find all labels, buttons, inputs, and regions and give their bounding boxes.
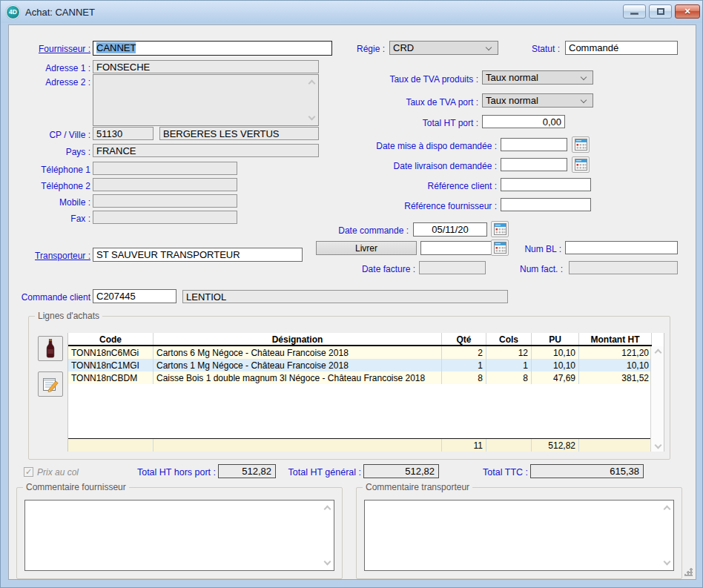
tva-produits-value: Taux normal xyxy=(486,72,538,83)
date-facture-label: Date facture : xyxy=(298,264,415,274)
commande-client-name-field[interactable]: LENTIOL xyxy=(182,290,508,303)
regie-label: Régie : xyxy=(315,44,385,54)
column-header-cols[interactable]: Cols xyxy=(486,333,532,345)
pays-label: Pays : xyxy=(9,147,90,157)
cell-code: TONN18nC1MGI xyxy=(68,359,154,371)
commentaire-transporteur-textarea[interactable] xyxy=(364,500,674,571)
fournisseur-field[interactable]: CANNET xyxy=(93,41,332,56)
table-scrollbar[interactable] xyxy=(650,346,664,452)
commentaire-transporteur-groupbox: Commentaire transporteur xyxy=(356,487,682,579)
edit-note-line-button[interactable] xyxy=(38,371,63,397)
cell-qte: 1 xyxy=(442,359,486,371)
num-fact-field[interactable] xyxy=(569,261,678,274)
minimize-icon xyxy=(630,13,638,15)
tva-produits-label: Taux de TVA produits : xyxy=(306,74,478,85)
num-bl-label: Num BL : xyxy=(491,244,561,254)
ville-field[interactable]: BERGERES LES VERTUS xyxy=(159,127,319,140)
cell-designation: Cartons 6 Mg Négoce - Château Francoise … xyxy=(154,346,442,359)
telephone2-field[interactable] xyxy=(93,178,237,191)
cp-field[interactable]: 51130 xyxy=(93,127,154,140)
transporteur-field[interactable]: ST SAUVEUR TRANSPORTEUR xyxy=(93,248,303,262)
statut-field[interactable]: Commandé xyxy=(565,41,678,55)
mobile-field[interactable] xyxy=(93,194,237,208)
date-dispo-field[interactable] xyxy=(501,138,567,151)
prix-au-col-label: Prix au col xyxy=(37,467,79,478)
scroll-down-icon[interactable] xyxy=(664,558,671,566)
commande-client-code-field[interactable]: C207445 xyxy=(93,289,176,303)
livrer-button[interactable]: Livrer xyxy=(316,241,417,255)
date-livraison-field[interactable] xyxy=(501,158,567,171)
commentaire-fournisseur-textarea[interactable] xyxy=(24,500,334,571)
adresse2-textarea[interactable] xyxy=(93,74,319,126)
scroll-up-icon[interactable] xyxy=(664,506,671,513)
close-button[interactable]: ✕ xyxy=(675,4,700,19)
column-header-designation[interactable]: Désignation xyxy=(154,333,442,345)
livrer-date-field[interactable] xyxy=(420,241,495,255)
statut-label: Statut : xyxy=(491,44,560,54)
cell-montant: 10,10 xyxy=(579,359,652,371)
resize-grip[interactable] xyxy=(684,568,693,576)
totals-cell-pu: 512,82 xyxy=(532,439,579,452)
fax-field[interactable] xyxy=(93,211,237,224)
telephone1-field[interactable] xyxy=(93,162,237,175)
lines-table-header: Code Désignation Qté Cols PU Montant HT xyxy=(68,333,652,346)
table-row[interactable]: TONN18nC1MGICartons 1 Mg Négoce - Châtea… xyxy=(68,359,652,371)
adresse2-label: Adresse 2 : xyxy=(9,77,90,87)
calendar-icon xyxy=(575,159,587,171)
date-livraison-calendar-button[interactable] xyxy=(572,156,590,173)
tva-port-dropdown[interactable]: Taux normal xyxy=(482,93,593,108)
prix-au-col-checkbox[interactable]: ✓ xyxy=(24,467,33,477)
reference-fournisseur-field[interactable] xyxy=(501,198,591,211)
reference-fournisseur-label: Référence fournisseur : xyxy=(320,201,497,211)
date-dispo-calendar-button[interactable] xyxy=(572,136,590,153)
fax-label: Fax : xyxy=(9,214,90,224)
adresse1-label: Adresse 1 : xyxy=(9,63,90,73)
cell-code: TONN18nC6MGi xyxy=(68,346,154,359)
transporteur-label[interactable]: Transporteur : xyxy=(9,251,90,261)
scroll-down-icon[interactable] xyxy=(655,442,662,449)
wine-bottle-icon xyxy=(44,339,56,358)
lignes-achats-label: Lignes d'achats xyxy=(35,311,102,321)
reference-client-field[interactable] xyxy=(501,178,591,191)
column-header-qte[interactable]: Qté xyxy=(442,333,486,345)
cp-ville-label: CP / Ville : xyxy=(9,130,90,140)
calendar-icon xyxy=(575,139,587,151)
commentaire-fournisseur-groupbox: Commentaire fournisseur xyxy=(16,487,343,579)
scroll-up-icon[interactable] xyxy=(324,506,331,513)
regie-dropdown[interactable]: CRD xyxy=(389,41,498,55)
fournisseur-label[interactable]: Fournisseur : xyxy=(9,44,90,54)
tva-produits-dropdown[interactable]: Taux normal xyxy=(482,70,593,85)
totals-cell-code xyxy=(68,439,154,452)
cell-pu: 10,10 xyxy=(532,359,579,371)
lines-table-rows: TONN18nC6MGiCartons 6 Mg Négoce - Châtea… xyxy=(68,346,652,438)
totals-cell-montant xyxy=(579,439,652,452)
cell-pu: 10,10 xyxy=(532,346,579,359)
commentaire-fournisseur-label: Commentaire fournisseur xyxy=(23,482,129,492)
column-header-code[interactable]: Code xyxy=(68,333,154,345)
telephone2-label: Téléphone 2 xyxy=(9,181,90,191)
date-commande-calendar-button[interactable] xyxy=(491,221,509,237)
maximize-button[interactable] xyxy=(649,4,672,19)
table-row[interactable]: TONN18nCBDMCaisse Bois 1 double magnum 3… xyxy=(68,371,652,384)
table-row[interactable]: TONN18nC6MGiCartons 6 Mg Négoce - Châtea… xyxy=(68,346,652,359)
num-bl-field[interactable] xyxy=(565,241,678,254)
form-panel: Fournisseur : CANNET Adresse 1 : FONSECH… xyxy=(8,24,696,580)
scroll-down-icon[interactable] xyxy=(324,558,331,566)
date-commande-field[interactable]: 05/11/20 xyxy=(413,222,487,237)
minimize-button[interactable] xyxy=(623,4,646,19)
column-header-montant-ht[interactable]: Montant HT xyxy=(579,333,652,345)
scroll-up-icon[interactable] xyxy=(655,349,662,357)
cell-designation: Cartons 1 Mg Négoce - Château Francoise … xyxy=(154,359,442,371)
pays-field[interactable]: FRANCE xyxy=(93,144,319,157)
total-ht-port-field[interactable]: 0,00 xyxy=(482,115,565,128)
commentaire-transporteur-label: Commentaire transporteur xyxy=(363,482,472,492)
chevron-down-icon xyxy=(581,74,587,80)
totals-cell-cols xyxy=(486,439,532,452)
calendar-icon xyxy=(494,223,506,235)
date-facture-field[interactable] xyxy=(419,261,486,274)
add-bottle-line-button[interactable] xyxy=(38,336,63,361)
column-header-pu[interactable]: PU xyxy=(532,333,579,345)
cell-montant: 121,20 xyxy=(579,346,652,359)
adresse1-field[interactable]: FONSECHE xyxy=(93,60,319,73)
telephone1-label: Téléphone 1 xyxy=(9,165,90,175)
